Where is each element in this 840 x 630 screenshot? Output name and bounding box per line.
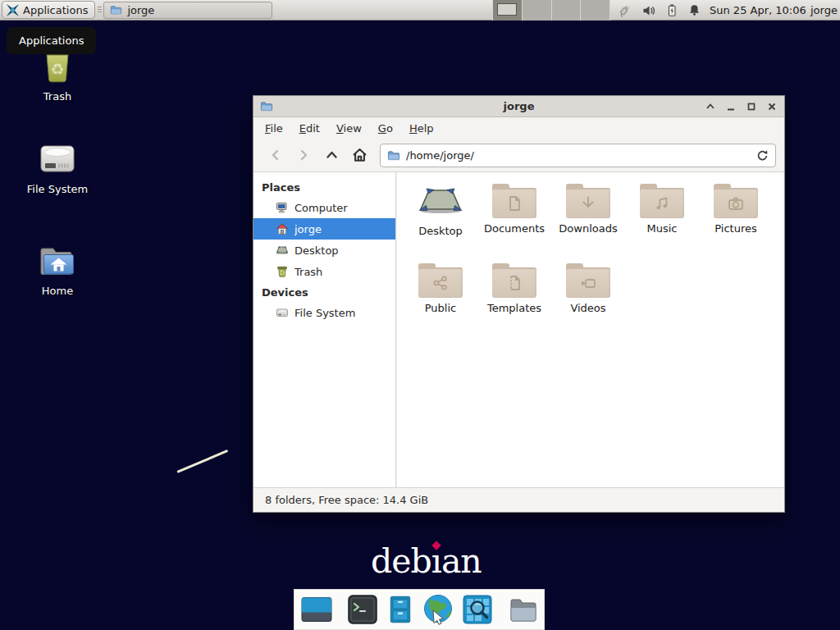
maximize-button[interactable] <box>746 101 757 112</box>
user-actions-menu[interactable]: jorge <box>810 0 838 21</box>
menu-help[interactable]: Help <box>401 119 442 138</box>
sidebar-places-header: Places <box>253 177 395 197</box>
directory-menu-button[interactable] <box>507 592 540 627</box>
menu-view[interactable]: View <box>328 119 370 138</box>
file-templates[interactable]: Templates <box>477 263 551 343</box>
tooltip-text: Applications <box>19 34 84 47</box>
path-input[interactable] <box>406 149 751 162</box>
taskbar-window-button[interactable]: jorge <box>103 2 272 19</box>
home-button[interactable] <box>345 143 373 167</box>
minimize-button[interactable] <box>725 101 737 112</box>
applications-tooltip: Applications <box>7 27 96 54</box>
file-downloads[interactable]: Downloads <box>551 184 625 263</box>
file-label: Public <box>404 302 477 314</box>
desktop-icon-filesystem[interactable]: File System <box>18 141 97 195</box>
computer-icon <box>276 201 289 214</box>
folder-icon <box>566 184 610 218</box>
download-arrow-glyph <box>578 194 598 213</box>
folder-icon <box>640 184 684 218</box>
music-notes-glyph <box>652 194 672 213</box>
file-label: Templates <box>477 302 551 314</box>
bottom-dock <box>294 589 545 630</box>
close-button[interactable] <box>766 101 778 112</box>
taskbar-handle <box>97 3 102 16</box>
folder-icon <box>566 263 610 298</box>
back-button[interactable] <box>262 143 290 167</box>
reload-icon[interactable] <box>756 149 769 162</box>
sidebar-item-label: jorge <box>294 223 322 235</box>
workspace-3[interactable] <box>552 0 582 21</box>
sidebar-item-desktop[interactable]: Desktop <box>253 240 395 261</box>
notification-bell-icon[interactable] <box>687 3 701 17</box>
shade-button[interactable] <box>705 101 716 112</box>
sidebar-item-trash[interactable]: Trash <box>253 261 395 282</box>
toolbar <box>253 139 784 172</box>
desktop-pad-icon <box>418 184 463 218</box>
terminal-launcher[interactable] <box>346 592 379 627</box>
share-glyph <box>431 273 450 293</box>
workspace-1[interactable] <box>493 0 523 21</box>
camera-glyph <box>726 194 746 213</box>
show-desktop-button[interactable] <box>300 592 333 627</box>
file-desktop[interactable]: Desktop <box>404 184 477 263</box>
desktop-icon-label: Home <box>18 285 97 297</box>
path-folder-icon <box>387 149 400 162</box>
path-bar[interactable] <box>380 144 776 167</box>
volume-icon[interactable] <box>641 3 656 18</box>
terminal-icon <box>346 593 379 626</box>
sidebar-item-computer[interactable]: Computer <box>253 197 395 218</box>
web-browser-launcher[interactable] <box>422 592 454 627</box>
hard-drive-icon <box>37 141 78 177</box>
workspace-4[interactable] <box>581 0 610 21</box>
globe-browser-icon <box>422 593 454 626</box>
file-documents[interactable]: Documents <box>477 184 551 263</box>
panel-clock[interactable]: Sun 25 Apr, 10:06 <box>710 0 806 21</box>
menu-go[interactable]: Go <box>370 119 401 138</box>
sidebar-item-jorge[interactable]: jorge <box>253 218 395 240</box>
file-manager-launcher[interactable] <box>386 592 415 627</box>
drive-icon <box>276 306 289 319</box>
document-glyph <box>504 194 524 213</box>
battery-icon[interactable] <box>665 2 678 18</box>
home-folder-icon <box>37 243 78 279</box>
recycle-glyph: ♻ <box>50 60 64 78</box>
workspace-window-preview <box>497 3 517 16</box>
menu-file[interactable]: File <box>257 119 291 138</box>
app-finder-icon <box>461 593 494 626</box>
folder-stack-icon <box>507 593 540 626</box>
trash-icon <box>276 265 289 278</box>
file-public[interactable]: Public <box>404 263 477 343</box>
workspace-2[interactable] <box>523 0 552 21</box>
sidebar-item-label: File System <box>294 307 355 319</box>
window-folder-icon <box>260 100 273 112</box>
desktop-icon <box>276 244 289 257</box>
top-panel: Applications jorge <box>0 0 840 21</box>
applications-menu-label: Applications <box>23 4 88 16</box>
file-pictures[interactable]: Pictures <box>699 184 773 263</box>
menu-edit[interactable]: Edit <box>291 119 328 138</box>
statusbar: 8 folders, Free space: 14.4 GiB <box>253 487 784 512</box>
debian-logo-part1: deb <box>371 541 431 581</box>
sidebar-devices-header: Devices <box>253 282 395 302</box>
power-cable-icon[interactable] <box>617 2 632 18</box>
sidebar-item-filesystem[interactable]: File System <box>253 302 395 323</box>
sidebar: Places Computer jorge <box>253 172 396 487</box>
desktop-icon-home[interactable]: Home <box>18 243 97 297</box>
workspace-pager <box>492 0 610 21</box>
desktop-icon-trash[interactable]: ♻ Trash <box>18 46 97 103</box>
file-videos[interactable]: Videos <box>551 263 625 343</box>
app-finder-launcher[interactable] <box>461 592 494 627</box>
forward-button[interactable] <box>290 143 317 167</box>
file-label: Downloads <box>551 222 625 235</box>
file-label: Desktop <box>404 225 477 237</box>
debian-logo: debıan <box>371 541 482 581</box>
applications-menu-button[interactable]: Applications <box>2 1 95 19</box>
file-label: Documents <box>477 222 551 235</box>
file-music[interactable]: Music <box>625 184 699 263</box>
titlebar[interactable]: jorge <box>253 96 784 117</box>
template-glyph <box>504 273 524 293</box>
wallpaper-line-decoration <box>176 450 228 473</box>
taskbar-window-label: jorge <box>127 4 154 16</box>
up-button[interactable] <box>317 143 345 167</box>
sidebar-item-label: Computer <box>294 202 348 214</box>
